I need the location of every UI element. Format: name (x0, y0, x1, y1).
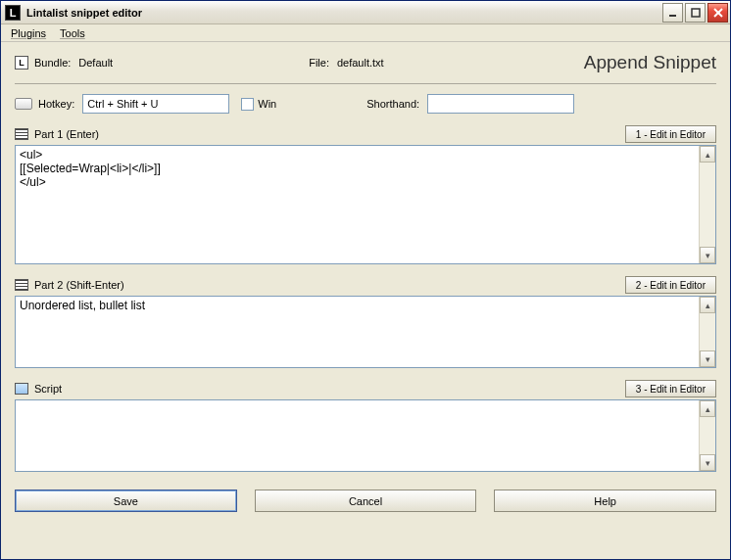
header-row: L Bundle: Default File: default.txt Appe… (15, 52, 716, 73)
script-label: Script (34, 383, 625, 395)
close-icon (713, 8, 723, 18)
part1-edit-button[interactable]: 1 - Edit in Editor (625, 125, 716, 143)
app-window: L Lintalist snippet editor Plugins Tools… (0, 0, 731, 560)
part1-label: Part 1 (Enter) (34, 128, 625, 140)
scroll-up-icon[interactable]: ▴ (700, 146, 715, 163)
hotkey-label: Hotkey: (38, 98, 74, 110)
bundle-icon: L (15, 56, 28, 70)
hotkey-row: Hotkey: Win Shorthand: (15, 94, 716, 114)
close-button[interactable] (707, 3, 728, 23)
bundle-label: Bundle: (34, 57, 71, 69)
text-lines-icon (15, 279, 28, 291)
text-lines-icon (15, 128, 28, 140)
part2-label: Part 2 (Shift-Enter) (34, 279, 625, 291)
scroll-down-icon[interactable]: ▾ (700, 350, 715, 367)
menu-plugins[interactable]: Plugins (5, 26, 52, 40)
menu-tools[interactable]: Tools (54, 26, 91, 40)
part2-header: Part 2 (Shift-Enter) 2 - Edit in Editor (15, 276, 716, 294)
button-row: Save Cancel Help (15, 490, 716, 512)
win-checkbox[interactable]: Win (241, 98, 276, 111)
scroll-down-icon[interactable]: ▾ (700, 454, 715, 471)
part1-header: Part 1 (Enter) 1 - Edit in Editor (15, 125, 716, 143)
save-button[interactable]: Save (15, 490, 237, 512)
maximize-icon (691, 8, 701, 18)
part1-textarea-wrap: ▴ ▾ (15, 145, 716, 264)
file-value: default.txt (337, 57, 384, 69)
checkbox-icon (241, 98, 254, 111)
titlebar: L Lintalist snippet editor (1, 1, 730, 24)
menubar: Plugins Tools (1, 24, 730, 42)
maximize-button[interactable] (685, 3, 706, 23)
part2-textarea-wrap: ▴ ▾ (15, 296, 716, 368)
part2-edit-button[interactable]: 2 - Edit in Editor (625, 276, 716, 294)
scrollbar[interactable]: ▴ ▾ (699, 297, 715, 367)
content-area: L Bundle: Default File: default.txt Appe… (1, 42, 730, 559)
script-header: Script 3 - Edit in Editor (15, 380, 716, 397)
window-title: Lintalist snippet editor (26, 7, 662, 19)
scroll-up-icon[interactable]: ▴ (700, 400, 715, 417)
divider (15, 83, 716, 84)
app-icon: L (5, 5, 21, 21)
script-textarea[interactable] (16, 400, 699, 471)
shorthand-input[interactable] (427, 94, 574, 114)
win-checkbox-label: Win (258, 98, 276, 110)
scroll-up-icon[interactable]: ▴ (700, 297, 715, 313)
help-button[interactable]: Help (494, 490, 716, 512)
part1-textarea[interactable] (16, 146, 699, 263)
minimize-button[interactable] (662, 3, 683, 23)
mode-title: Append Snippet (584, 52, 716, 73)
scroll-down-icon[interactable]: ▾ (700, 247, 715, 263)
bundle-value: Default (78, 57, 113, 69)
script-textarea-wrap: ▴ ▾ (15, 399, 716, 472)
file-label: File: (309, 57, 329, 69)
minimize-icon (668, 8, 678, 18)
hotkey-input[interactable] (82, 94, 229, 114)
script-edit-button[interactable]: 3 - Edit in Editor (625, 380, 716, 397)
scrollbar[interactable]: ▴ ▾ (699, 146, 715, 263)
cancel-button[interactable]: Cancel (255, 490, 477, 512)
script-icon (15, 383, 28, 395)
part2-textarea[interactable] (16, 297, 699, 367)
scrollbar[interactable]: ▴ ▾ (699, 400, 715, 471)
shorthand-label: Shorthand: (366, 98, 419, 110)
keyboard-icon (15, 98, 32, 110)
svg-rect-1 (692, 9, 700, 17)
window-controls (662, 3, 728, 23)
